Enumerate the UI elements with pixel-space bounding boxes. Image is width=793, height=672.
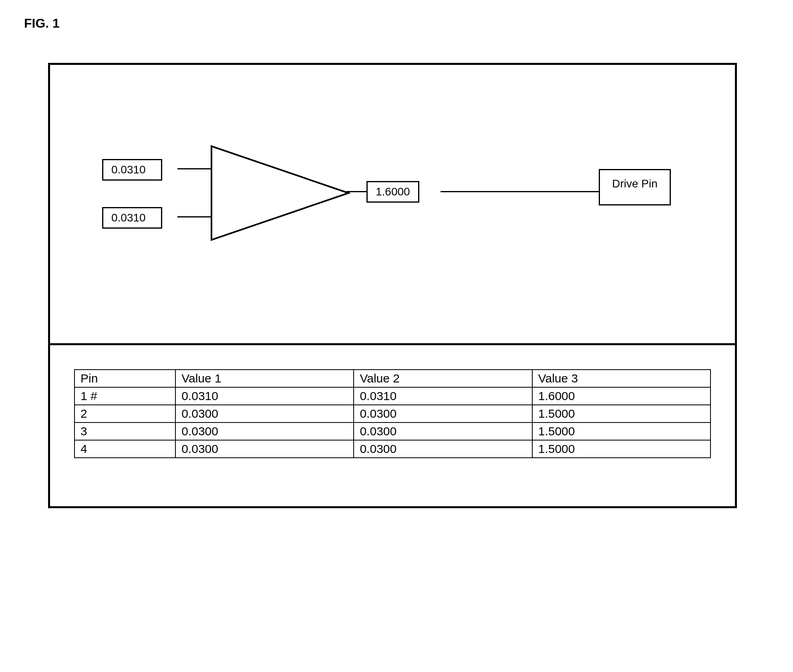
table-cell: 1.5000 [532, 423, 710, 440]
table-cell: 1 # [74, 387, 175, 405]
table-row: 4 0.0300 0.0300 1.5000 [74, 440, 710, 458]
table-cell: 1.5000 [532, 440, 710, 458]
table-cell: 3 [74, 423, 175, 440]
wire-output-2 [441, 191, 599, 192]
table-row: 1 # 0.0310 0.0310 1.6000 [74, 387, 710, 405]
pin-values-table: Pin Value 1 Value 2 Value 3 1 # 0.0310 0… [74, 369, 711, 458]
input-value-1-box: 0.0310 [102, 159, 162, 181]
output-value: 1.6000 [376, 185, 410, 198]
output-value-box: 1.6000 [366, 181, 419, 203]
table-cell: 1.6000 [532, 387, 710, 405]
amplifier-triangle-icon [210, 145, 350, 243]
table-row: 3 0.0300 0.0300 1.5000 [74, 423, 710, 440]
figure-title: FIG. 1 [24, 16, 777, 31]
table-header-value2: Value 2 [354, 370, 532, 387]
input-value-2-box: 0.0310 [102, 207, 162, 229]
wire-output-1 [346, 191, 366, 192]
table-cell: 0.0300 [175, 423, 354, 440]
table-cell: 1.5000 [532, 405, 710, 423]
table-cell: 0.0310 [354, 387, 532, 405]
svg-marker-0 [211, 146, 348, 240]
table-cell: 4 [74, 440, 175, 458]
table-cell: 0.0300 [354, 440, 532, 458]
table-header-pin: Pin [74, 370, 175, 387]
input-value-2: 0.0310 [111, 211, 146, 224]
wire-input-2 [177, 216, 215, 217]
table-cell: 0.0300 [175, 440, 354, 458]
drive-pin-label: Drive Pin [612, 177, 658, 190]
table-header-value1: Value 1 [175, 370, 354, 387]
input-value-1: 0.0310 [111, 163, 146, 176]
table-header-value3: Value 3 [532, 370, 710, 387]
table-cell: 0.0300 [175, 405, 354, 423]
wire-input-1 [177, 168, 215, 169]
table-cell: 0.0300 [354, 405, 532, 423]
main-container: 0.0310 0.0310 1.6000 Drive Pin [48, 63, 737, 508]
table-cell: 0.0310 [175, 387, 354, 405]
table-panel: Pin Value 1 Value 2 Value 3 1 # 0.0310 0… [50, 345, 735, 506]
table-row: 2 0.0300 0.0300 1.5000 [74, 405, 710, 423]
table-cell: 2 [74, 405, 175, 423]
table-cell: 0.0300 [354, 423, 532, 440]
diagram-panel: 0.0310 0.0310 1.6000 Drive Pin [50, 65, 735, 345]
drive-pin-box: Drive Pin [599, 169, 671, 205]
table-header-row: Pin Value 1 Value 2 Value 3 [74, 370, 710, 387]
